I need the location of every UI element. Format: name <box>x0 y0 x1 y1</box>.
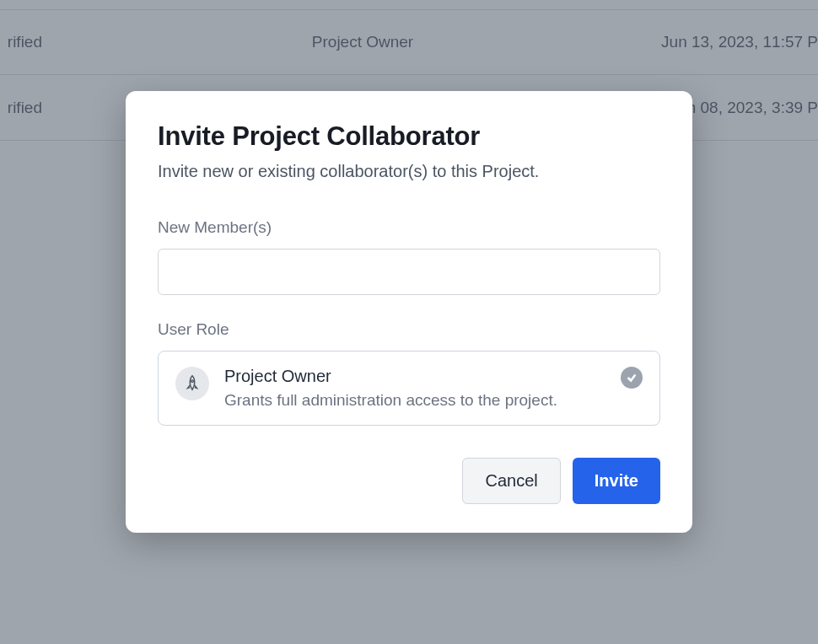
svg-point-0 <box>191 380 194 383</box>
invite-button[interactable]: Invite <box>573 458 660 504</box>
cancel-button[interactable]: Cancel <box>462 458 560 504</box>
rocket-icon <box>175 367 209 400</box>
modal-title: Invite Project Collaborator <box>158 121 660 152</box>
modal-buttons: Cancel Invite <box>158 458 660 504</box>
check-icon <box>621 367 643 389</box>
role-description: Grants full administration access to the… <box>224 391 605 410</box>
role-name: Project Owner <box>224 367 605 386</box>
modal-overlay: Invite Project Collaborator Invite new o… <box>0 0 818 644</box>
invite-collaborator-modal: Invite Project Collaborator Invite new o… <box>126 91 692 533</box>
user-role-label: User Role <box>158 320 660 339</box>
role-option-project-owner[interactable]: Project Owner Grants full administration… <box>158 351 660 426</box>
new-members-label: New Member(s) <box>158 218 660 237</box>
role-text: Project Owner Grants full administration… <box>224 367 605 410</box>
new-members-input[interactable] <box>158 249 660 295</box>
modal-subtitle: Invite new or existing collaborator(s) t… <box>158 162 660 181</box>
